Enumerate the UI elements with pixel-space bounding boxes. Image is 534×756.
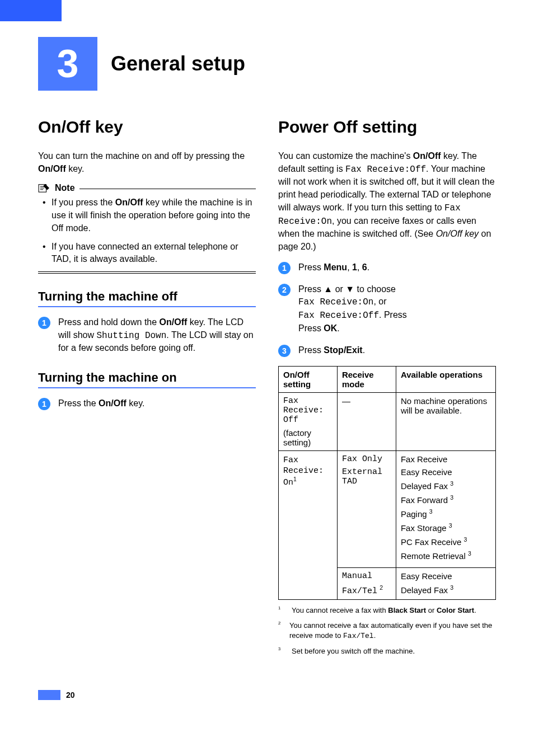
text-bold: Stop/Exit [324, 345, 362, 355]
footnote-text: You cannot receive a fax automatically e… [289, 621, 496, 641]
text: . [337, 323, 339, 333]
footnote-3: 3 Set before you switch off the machine. [278, 646, 496, 656]
settings-table: On/Off setting Receive mode Available op… [278, 366, 496, 600]
footnote-text: Set before you switch off the machine. [292, 646, 415, 656]
chapter-title: General setup [111, 52, 245, 76]
text: You can turn the machine on and off by p… [38, 151, 245, 161]
cell-setting: Fax Receive: On1 [279, 450, 338, 599]
th-receive-mode: Receive mode [337, 366, 396, 392]
footnote-ref: 3 [468, 550, 471, 557]
text: (factory setting) [283, 428, 332, 447]
cell-mode: — [337, 392, 396, 450]
top-bar-accent [0, 0, 62, 21]
footnote-ref: 2 [380, 584, 383, 591]
up-triangle-icon: ▲ [324, 284, 332, 294]
text-italic: On/Off key [436, 229, 479, 238]
note-label: Note [55, 183, 75, 193]
step-off-1: 1 Press and hold down the On/Off key. Th… [38, 316, 256, 355]
text-bold: On/Off [99, 398, 127, 408]
text-mono: External TAD [342, 467, 391, 486]
section-on-off-key: On/Off key [38, 118, 256, 137]
text: key. [66, 164, 85, 173]
footnote-ref: 3 [429, 508, 433, 515]
text: Delayed Fax 3 [401, 480, 491, 491]
chapter-number: 3 [57, 41, 79, 86]
cell-ops: No machine operations will be available. [396, 392, 495, 450]
cell-mode: Fax Only External TAD [337, 450, 396, 567]
top-bar [0, 0, 534, 21]
text-mono: Fax Receive:Off [298, 311, 379, 321]
footnote-ref: 3 [450, 584, 453, 591]
subsection-turning-off: Turning the machine off [38, 289, 256, 304]
text-mono: Manual [342, 571, 391, 581]
text-mono: Fax/Tel [342, 586, 377, 596]
text: , [357, 262, 362, 272]
text-mono: Fax Receive: [283, 456, 324, 476]
text-bold: Menu [324, 262, 347, 272]
step-1: 1 Press Menu, 1, 6. [278, 261, 496, 274]
text: Delayed Fax 3 [401, 584, 491, 595]
subsection-turning-on: Turning the machine on [38, 370, 256, 385]
footnote-ref: 1 [293, 476, 297, 482]
section-power-off-setting: Power Off setting [278, 118, 496, 137]
step-body: Press Menu, 1, 6. [298, 261, 496, 274]
step-number-icon: 2 [278, 284, 291, 296]
step-on-1: 1 Press the On/Off key. [38, 397, 256, 410]
table-row: Fax Receive:Off (factory setting) — No m… [279, 392, 496, 450]
text-mono: Shutting Down [96, 331, 166, 341]
text-mono: Fax Receive:Off [345, 165, 426, 175]
text: or [332, 284, 345, 294]
step-body: Press the On/Off key. [58, 397, 256, 410]
text-mono: Fax Only [342, 454, 391, 464]
text: If you press the [51, 198, 115, 207]
footnote-ref: 3 [450, 494, 453, 501]
table-header-row: On/Off setting Receive mode Available op… [279, 366, 496, 392]
text: Press [298, 345, 324, 355]
note-item: If you have connected an external teleph… [40, 241, 256, 266]
text: , or [373, 297, 386, 306]
text: You can customize the machine's [278, 151, 413, 161]
page-body: 3 General setup On/Off key You can turn … [0, 21, 534, 722]
note-list: If you press the On/Off key while the ma… [38, 196, 256, 266]
footnote-marker: 1 [278, 605, 286, 616]
step-body: Press ▲ or ▼ to choose Fax Receive:On, o… [298, 283, 496, 335]
right-column: Power Off setting You can customize the … [278, 118, 496, 656]
left-column: On/Off key You can turn the machine on a… [38, 118, 256, 656]
text-mono: On [283, 478, 293, 487]
footnote-1: 1 You cannot receive a fax with Black St… [278, 605, 496, 616]
columns: On/Off key You can turn the machine on a… [38, 118, 496, 656]
step-3: 3 Press Stop/Exit. [278, 344, 496, 357]
text: Easy Receive [401, 571, 491, 581]
footer-accent [38, 690, 60, 700]
step-body: Press Stop/Exit. [298, 344, 496, 357]
th-setting: On/Off setting [279, 366, 338, 392]
step-number-icon: 1 [38, 317, 50, 329]
footnote-ref: 3 [463, 536, 467, 543]
text-bold: 1 [352, 262, 357, 272]
footnote-text: You cannot receive a fax with Black Star… [292, 605, 476, 616]
text: Fax Receive [401, 454, 491, 464]
note-header: Note [38, 183, 256, 193]
text-mono: Fax Receive:On [298, 297, 373, 307]
cell-setting: Fax Receive:Off (factory setting) [279, 392, 338, 450]
text: . [367, 262, 369, 272]
subsection-rule [38, 387, 256, 388]
text-mono: Fax Receive:Off [283, 396, 332, 425]
chapter-number-box: 3 [38, 37, 97, 91]
footnote-marker: 3 [278, 646, 286, 656]
text: PC Fax Receive 3 [401, 536, 491, 547]
footnote-2: 2 You cannot receive a fax automatically… [278, 621, 496, 641]
text: . [363, 345, 365, 355]
page-footer: 20 [38, 690, 496, 700]
text: key. [127, 398, 145, 408]
text-bold: On/Off [413, 151, 441, 161]
table-row: Fax Receive: On1 Fax Only External TAD F… [279, 450, 496, 567]
step-number-icon: 3 [278, 345, 291, 357]
note-rule [79, 189, 256, 189]
step-number-icon: 1 [278, 262, 291, 274]
text: Fax Forward 3 [401, 494, 491, 505]
footnote-ref: 3 [450, 480, 453, 487]
text: Press [298, 262, 324, 272]
footnote-ref: 3 [449, 522, 452, 529]
text-bold: 6 [362, 262, 367, 272]
